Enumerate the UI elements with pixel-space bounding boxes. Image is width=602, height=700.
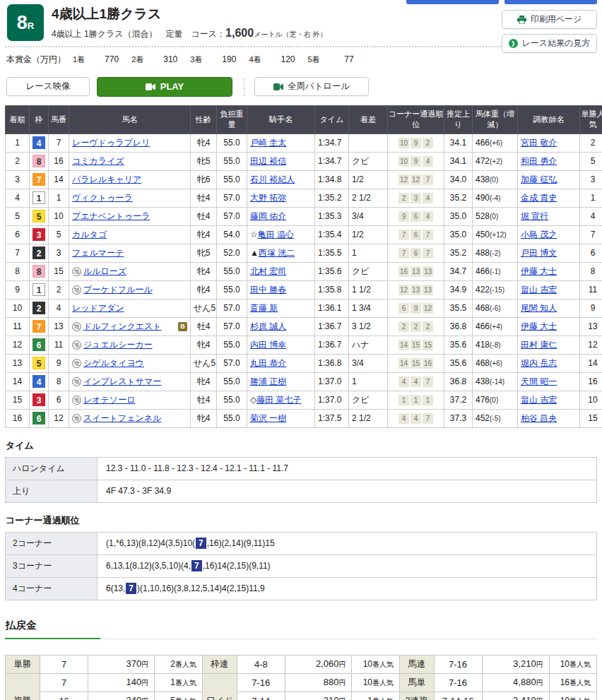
trainer-name-link[interactable]: 柏谷 昌央	[521, 413, 557, 423]
horse-name-link[interactable]: レーヴドゥラプレリ	[72, 137, 150, 149]
result-guide-button[interactable]: ❯ レース結果の見方	[502, 34, 597, 53]
race-movie-button[interactable]: レース映像	[6, 77, 90, 96]
result-cell-body-weight: 468(-6)	[473, 299, 518, 317]
trainer-name-link[interactable]: 堀内 岳志	[521, 358, 557, 368]
jockey-name-link[interactable]: 西塚 洸二	[259, 248, 295, 258]
horse-name-link[interactable]: ブーケドフルール	[83, 284, 153, 296]
trainer-name-link[interactable]: 堀 宣行	[521, 211, 548, 221]
trainer-name-link[interactable]: 伊藤 大士	[521, 321, 557, 331]
corner-row-label: 3コーナー	[6, 554, 98, 577]
jockey-name-link[interactable]: 北村 宏司	[250, 266, 286, 276]
result-cell-corners: 12127	[388, 170, 444, 189]
result-cell-horse-number: 4	[49, 299, 69, 317]
payout-amount: 4,880円	[482, 673, 549, 692]
result-cell-horse-number: 9	[49, 354, 69, 372]
result-cell-horse-name: 地ドルフィンクエストB	[69, 317, 191, 336]
jockey-name-link[interactable]: 田中 勝春	[250, 285, 286, 295]
trainer-name-link[interactable]: 畠山 吉宏	[521, 395, 557, 405]
trainer-name-link[interactable]: 宮田 敬介	[521, 138, 557, 148]
result-cell-trainer: 畠山 吉宏	[518, 391, 580, 409]
corner-position-box: 4	[423, 193, 433, 203]
local-horse-mark-icon: 地	[72, 396, 81, 405]
corner-position-box: 9	[411, 303, 421, 314]
horse-name-link[interactable]: ドルフィンクエスト	[83, 321, 162, 333]
play-button[interactable]: PLAY	[97, 77, 232, 97]
payout-bet-type: 馬連	[400, 655, 435, 673]
corner-position-box: 12	[411, 174, 421, 185]
result-cell-trainer: 宮田 敬介	[518, 134, 580, 152]
jockey-name-link[interactable]: 大野 拓弥	[250, 193, 286, 203]
jockey-name-link[interactable]: 菊沢 一樹	[250, 413, 286, 423]
jockey-name-link[interactable]: 丸田 恭介	[250, 358, 286, 368]
jockey-name-link[interactable]: 斎藤 新	[250, 303, 278, 313]
result-cell-frame: 4	[30, 134, 49, 152]
horse-name-link[interactable]: コミカライズ	[72, 155, 124, 167]
body-weight-diff: (+6)	[490, 360, 502, 367]
result-cell-weight: 55.0	[217, 409, 247, 427]
jockey-name-link[interactable]: 藤田 菜七子	[256, 395, 301, 405]
horse-name-link[interactable]: カルタゴ	[72, 229, 107, 241]
horse-name-link[interactable]: スイートフェンネル	[83, 413, 161, 425]
local-horse-mark-icon: 地	[72, 359, 81, 368]
trainer-name-link[interactable]: 伊藤 大士	[521, 266, 557, 276]
corner-position-box: 9	[399, 211, 409, 222]
trainer-name-link[interactable]: 畠山 吉宏	[521, 285, 557, 295]
result-cell-trainer: 和田 勇介	[518, 152, 580, 170]
result-cell-jockey: 大野 拓弥	[247, 189, 315, 207]
print-page-button[interactable]: 印刷用ページ	[502, 10, 597, 29]
body-weight-diff: (0)	[490, 213, 498, 220]
result-cell-horse-name: レーヴドゥラプレリ	[69, 134, 191, 152]
horse-name-link[interactable]: レオテソーロ	[83, 394, 135, 406]
result-cell-popularity: 11	[580, 280, 602, 299]
time-table: ハロンタイム12.3 - 11.0 - 11.8 - 12.3 - 12.4 -…	[5, 457, 597, 503]
trainer-name-link[interactable]: 金成 貴史	[521, 193, 557, 203]
jockey-name-link[interactable]: 亀田 温心	[258, 230, 294, 239]
jockey-name-link[interactable]: 藤岡 佑介	[250, 211, 286, 221]
jockey-name-link[interactable]: 勝浦 正樹	[250, 376, 286, 386]
result-cell-horse-number: 14	[49, 170, 69, 189]
race-number: 8	[17, 12, 28, 34]
trainer-name-link[interactable]: 尾関 知人	[521, 303, 557, 313]
horse-name-link[interactable]: シゲルタイヨウ	[83, 357, 144, 369]
horse-name-link[interactable]: インプレストサマー	[83, 376, 161, 388]
horse-name-link[interactable]: フェルマーテ	[72, 247, 124, 259]
column-header: 推定上り	[444, 105, 473, 134]
result-cell-trainer: 堀内 岳志	[518, 354, 580, 372]
trainer-name-link[interactable]: 天間 昭一	[521, 376, 557, 386]
trainer-name-link[interactable]: 田村 康仁	[521, 340, 557, 350]
trainer-name-link[interactable]: 戸田 博文	[521, 248, 557, 258]
horse-name-link[interactable]: ジュエルシーカー	[83, 339, 153, 351]
payout-group-table: 単勝7370円2番人気複勝7140円1番人気16240円5番人気14160円3番…	[5, 655, 203, 700]
trainer-name-link[interactable]: 和田 勇介	[521, 156, 557, 166]
table-row: 1448地インプレストサマー牝455.0勝浦 正樹1:37.0144736.84…	[6, 372, 602, 391]
result-cell-weight: 55.0	[217, 170, 247, 189]
jockey-name-link[interactable]: 石川 裕紀人	[250, 174, 295, 184]
horse-name-link[interactable]: ブエナベントゥーラ	[72, 210, 150, 223]
top-blue-button-1[interactable]	[406, 0, 499, 4]
result-cell-popularity: 4	[580, 207, 602, 225]
horse-name-link[interactable]: ルルローズ	[83, 266, 126, 278]
jockey-name-link[interactable]: 杉原 誠人	[250, 321, 286, 331]
horse-name-link[interactable]: ヴィクトゥーラ	[72, 192, 133, 204]
jockey-name-link[interactable]: 戸崎 圭太	[250, 138, 286, 148]
prize-value: 77	[330, 54, 354, 64]
result-cell-body-weight: 422(-15)	[473, 280, 518, 299]
horse-name-link[interactable]: パラレルキャリア	[72, 174, 141, 186]
winner-number-highlight: 7	[196, 538, 206, 549]
jockey-name-link[interactable]: 田辺 裕信	[250, 156, 286, 166]
body-weight-diff: (+6)	[490, 139, 502, 147]
popularity-unit: 番人気	[175, 679, 196, 687]
top-blue-button-2[interactable]	[504, 0, 597, 4]
result-cell-weight: 57.0	[217, 354, 247, 372]
payout-combination: 7-14-16	[434, 692, 482, 700]
body-weight-diff: (+2)	[490, 158, 502, 165]
horse-name-link[interactable]: レッドアダン	[72, 302, 124, 314]
result-cell-horse-number: 13	[49, 317, 69, 336]
jockey-name-link[interactable]: 内田 博幸	[250, 340, 286, 350]
trainer-name-link[interactable]: 小島 茂之	[521, 230, 557, 239]
frame-number-badge: 5	[33, 357, 45, 369]
body-weight-diff: (-14)	[490, 378, 504, 386]
trainer-name-link[interactable]: 加藤 征弘	[521, 174, 557, 184]
table-row: 11713地ドルフィンクエストB牡457.0杉原 誠人1:36.73 1/222…	[6, 317, 602, 336]
patrol-video-button[interactable]: 全周パトロール	[254, 77, 369, 96]
